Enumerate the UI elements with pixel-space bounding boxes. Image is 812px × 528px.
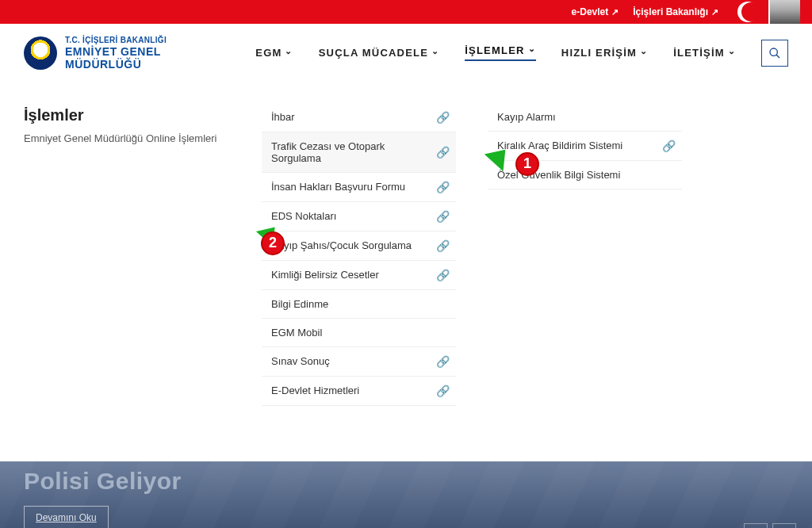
mega-item-label: Özel Güvenlik Bilgi Sistemi xyxy=(497,169,620,181)
annotation-badge-2: 2 xyxy=(261,231,285,255)
mega-item-label: İnsan Hakları Başvuru Formu xyxy=(271,181,405,193)
svg-line-1 xyxy=(776,55,779,58)
external-link-icon: 🔗 xyxy=(436,181,450,193)
mega-item-label: Sınav Sonuç xyxy=(271,355,330,367)
mega-item[interactable]: Bilgi Edinme xyxy=(262,290,456,319)
brand-line3: MÜDÜRLÜĞÜ xyxy=(65,58,167,71)
search-icon xyxy=(768,47,781,59)
mega-item-label: Kiralık Araç Bildirim Sistemi xyxy=(497,140,622,151)
mega-item[interactable]: İnsan Hakları Başvuru Formu🔗 xyxy=(262,173,456,202)
external-link-icon: 🔗 xyxy=(436,146,450,159)
annotation-badge-1: 1 xyxy=(515,152,539,176)
mega-item-label: Kayıp Şahıs/Çocuk Sorgulama xyxy=(271,239,412,251)
mega-item[interactable]: Sınav Sonuç🔗 xyxy=(262,347,456,377)
crescent-icon xyxy=(737,2,758,22)
mega-subtitle: Emniyet Genel Müdürlüğü Online İşlemleri xyxy=(24,132,262,144)
egm-logo[interactable] xyxy=(24,36,57,70)
mega-item[interactable]: Trafik Cezası ve Otopark Sorgulama🔗 xyxy=(262,132,456,173)
hero-nav-buttons: ‹ › xyxy=(744,523,796,528)
nav-islemler[interactable]: İŞLEMLER xyxy=(465,44,536,61)
mega-item-label: Bilgi Edinme xyxy=(271,298,328,310)
hero-title: Polisi Geliyor xyxy=(0,461,812,495)
mega-col-2: Kayıp AlarmıKiralık Araç Bildirim Sistem… xyxy=(488,98,682,406)
mega-col-1: İhbar🔗Trafik Cezası ve Otopark Sorgulama… xyxy=(262,98,456,406)
search-button[interactable] xyxy=(761,40,788,67)
mega-item-label: Kayıp Alarmı xyxy=(497,111,556,123)
mega-item[interactable]: İhbar🔗 xyxy=(262,103,456,132)
external-link-icon: 🔗 xyxy=(662,140,676,152)
edevlet-link[interactable]: e-Devlet xyxy=(572,6,619,17)
external-link-icon: 🔗 xyxy=(436,111,450,124)
brand-line2: EMNİYET GENEL xyxy=(65,45,167,58)
mega-item-label: Kimliği Belirsiz Cesetler xyxy=(271,269,379,281)
brand-line1: T.C. İÇİŞLERİ BAKANLIĞI xyxy=(65,36,167,45)
mega-item[interactable]: Kayıp Alarmı xyxy=(488,103,682,132)
mega-item-label: EDS Noktaları xyxy=(271,210,336,222)
brand-text: T.C. İÇİŞLERİ BAKANLIĞI EMNİYET GENEL MÜ… xyxy=(65,36,167,71)
mega-item[interactable]: Kayıp Şahıs/Çocuk Sorgulama🔗 xyxy=(262,231,456,261)
mega-item-label: İhbar xyxy=(271,111,295,123)
mega-item[interactable]: E-Devlet Hizmetleri🔗 xyxy=(262,377,456,406)
external-link-icon: 🔗 xyxy=(436,210,450,223)
mega-item-label: EGM Mobil xyxy=(271,327,322,339)
external-link-icon: 🔗 xyxy=(436,385,450,397)
nav-sucla[interactable]: SUÇLA MÜCADELE xyxy=(319,47,440,59)
nav-hizli[interactable]: HIZLI ERİŞİM xyxy=(561,47,649,59)
mega-item[interactable]: EGM Mobil xyxy=(262,319,456,347)
flag-decoration xyxy=(733,0,812,24)
external-link-icon: 🔗 xyxy=(436,355,450,368)
nav-iletisim[interactable]: İLETİŞİM xyxy=(673,47,736,59)
hero-read-more[interactable]: Devamını Oku xyxy=(24,506,109,528)
external-link-icon: 🔗 xyxy=(436,269,450,281)
mega-item[interactable]: EDS Noktaları🔗 xyxy=(262,202,456,231)
hero-next-button[interactable]: › xyxy=(772,523,796,528)
main-header: T.C. İÇİŞLERİ BAKANLIĞI EMNİYET GENEL MÜ… xyxy=(0,24,812,90)
mega-intro: İşlemler Emniyet Genel Müdürlüğü Online … xyxy=(24,98,262,406)
hero-prev-button[interactable]: ‹ xyxy=(744,523,768,528)
external-link-icon: 🔗 xyxy=(436,239,450,252)
mega-item[interactable]: Kiralık Araç Bildirim Sistemi🔗 xyxy=(488,132,682,161)
main-nav: EGM SUÇLA MÜCADELE İŞLEMLER HIZLI ERİŞİM… xyxy=(255,40,788,67)
hero-slider: Polisi Geliyor Devamını Oku 4 / 4 ‹ › xyxy=(0,461,812,528)
ataturk-portrait xyxy=(768,0,800,24)
svg-point-0 xyxy=(770,48,777,55)
islemler-mega-menu: İşlemler Emniyet Genel Müdürlüğü Online … xyxy=(0,90,812,430)
mega-item-label: Trafik Cezası ve Otopark Sorgulama xyxy=(271,140,436,164)
mega-item-label: E-Devlet Hizmetleri xyxy=(271,385,359,396)
mega-title: İşlemler xyxy=(24,106,262,124)
mega-item[interactable]: Kimliği Belirsiz Cesetler🔗 xyxy=(262,261,456,290)
top-utility-bar: e-Devlet İçişleri Bakanlığı xyxy=(0,0,812,24)
nav-egm[interactable]: EGM xyxy=(255,47,293,59)
ministry-link[interactable]: İçişleri Bakanlığı xyxy=(633,6,718,17)
